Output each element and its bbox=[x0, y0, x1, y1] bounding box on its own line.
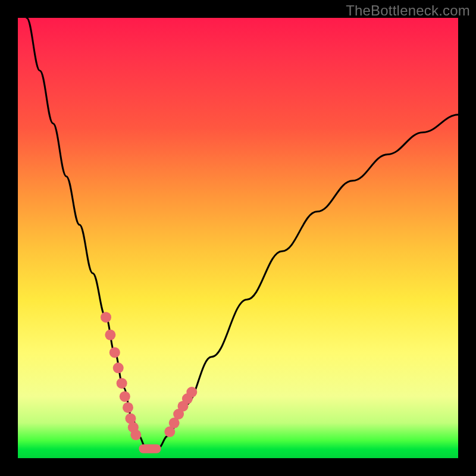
marker-dot bbox=[105, 330, 115, 340]
marker-dot bbox=[117, 378, 127, 389]
bottleneck-curve bbox=[27, 18, 458, 449]
marker-dot bbox=[130, 430, 141, 440]
marker-dot bbox=[101, 312, 111, 322]
marker-dot bbox=[123, 402, 133, 413]
chart-svg bbox=[18, 18, 458, 458]
marker-dot bbox=[186, 387, 197, 397]
marker-dot bbox=[109, 347, 120, 358]
marker-dot bbox=[120, 391, 130, 402]
watermark-text: TheBottleneck.com bbox=[346, 2, 470, 19]
chart-frame: TheBottleneck.com bbox=[0, 0, 476, 476]
marker-bottom-bar bbox=[139, 444, 161, 453]
marker-cluster-right bbox=[164, 387, 197, 437]
marker-dot bbox=[113, 362, 124, 373]
plot-area bbox=[18, 18, 458, 458]
